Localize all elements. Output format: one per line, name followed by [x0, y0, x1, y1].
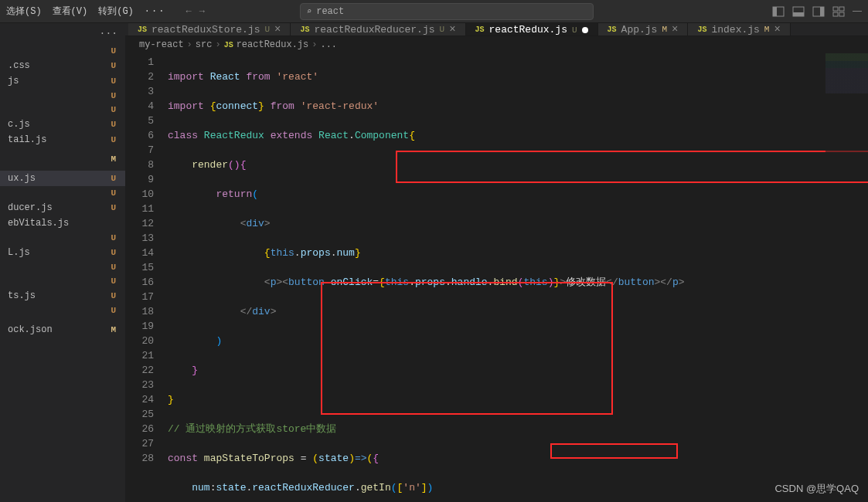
js-file-icon: JS — [224, 41, 233, 49]
breadcrumb-root[interactable]: my-react — [139, 39, 184, 50]
svg-rect-9 — [839, 12, 844, 16]
sidebar-file-item[interactable]: ducer.jsU — [0, 200, 125, 215]
command-center[interactable]: ⌕ react — [300, 3, 594, 20]
nav-back-icon[interactable]: ← — [186, 6, 191, 17]
editor-tab[interactable]: JSreactReduxStore.jsU× — [128, 23, 291, 36]
sidebar-file-item[interactable]: U — [0, 304, 125, 317]
breadcrumb-folder[interactable]: src — [196, 39, 213, 50]
layout-controls: — — [772, 5, 862, 18]
sidebar-file-item[interactable]: jsU — [0, 73, 125, 89]
menu-go[interactable]: 转到(G) — [98, 5, 134, 18]
editor-tab[interactable]: JSindex.jsM× — [688, 23, 790, 36]
sidebar-file-item[interactable]: U — [0, 274, 125, 288]
search-icon: ⌕ — [307, 6, 312, 16]
sidebar-file-item[interactable]: ock.jsonM — [0, 322, 125, 337]
sidebar-file-item[interactable]: U — [0, 186, 125, 200]
editor-tab[interactable]: JSApp.jsM× — [598, 23, 689, 36]
svg-rect-5 — [820, 7, 824, 16]
svg-rect-1 — [773, 7, 777, 16]
layout-bottom-icon[interactable] — [792, 5, 805, 18]
search-text: react — [316, 6, 344, 17]
svg-rect-3 — [793, 12, 804, 16]
sidebar-file-item[interactable]: U — [0, 260, 125, 274]
sidebar-more-icon[interactable]: ··· — [100, 28, 117, 39]
layout-left-icon[interactable] — [772, 5, 785, 18]
sidebar-file-item[interactable]: ux.jsU — [0, 171, 125, 186]
chevron-right-icon: › — [187, 39, 192, 50]
nav-forward-icon[interactable]: → — [199, 6, 205, 17]
svg-rect-6 — [833, 7, 838, 11]
chevron-right-icon: › — [311, 39, 317, 50]
layout-grid-icon[interactable] — [832, 5, 845, 18]
sidebar-file-item[interactable]: L.jsU — [0, 245, 125, 260]
sidebar-file-item[interactable]: U — [0, 89, 125, 103]
menu-view[interactable]: 查看(V) — [53, 5, 88, 18]
svg-rect-8 — [833, 12, 838, 16]
breadcrumb-file[interactable]: reactRedux.js — [237, 39, 309, 50]
sidebar-file-item[interactable]: ts.jsU — [0, 288, 125, 304]
top-menu-bar: 选择(S) 查看(V) 转到(G) ··· ← → ⌕ react — — [0, 0, 868, 23]
watermark: CSDN @思学QAQ — [774, 482, 859, 496]
sidebar-file-item[interactable]: U — [0, 44, 125, 58]
line-gutter: 1234567891011121314151617181920212223242… — [125, 53, 168, 502]
minimize-icon[interactable]: — — [853, 5, 862, 18]
editor-tab[interactable]: JSreactRedux.jsU — [466, 23, 598, 36]
code-editor[interactable]: 1234567891011121314151617181920212223242… — [125, 53, 868, 502]
explorer-sidebar: ··· U.cssUjsUUUc.jsUtail.jsUMux.jsUUduce… — [0, 23, 125, 502]
sidebar-file-item[interactable]: tail.jsU — [0, 132, 125, 148]
sidebar-file-item[interactable]: U — [0, 231, 125, 245]
editor-tabs: JSreactReduxStore.jsU×JSreactReduxReduce… — [125, 23, 868, 36]
editor-tab[interactable]: JSreactReduxReducer.jsU× — [291, 23, 465, 36]
sidebar-file-item[interactable]: .cssU — [0, 58, 125, 73]
sidebar-file-item[interactable]: U — [0, 103, 125, 117]
sidebar-file-item[interactable]: c.jsU — [0, 117, 125, 132]
breadcrumb[interactable]: my-react › src › JS reactRedux.js › ... — [125, 36, 868, 53]
svg-rect-7 — [839, 7, 844, 11]
sidebar-file-item[interactable]: M — [0, 152, 125, 166]
layout-right-icon[interactable] — [812, 5, 825, 18]
chevron-right-icon: › — [215, 39, 220, 50]
code-content[interactable]: import React from 'react' import {connec… — [168, 53, 868, 502]
sidebar-file-item[interactable]: ebVitals.js — [0, 215, 125, 231]
minimap[interactable] — [825, 53, 868, 154]
menu-select[interactable]: 选择(S) — [6, 5, 42, 18]
menu-more[interactable]: ··· — [145, 6, 166, 17]
breadcrumb-more[interactable]: ... — [320, 39, 337, 50]
